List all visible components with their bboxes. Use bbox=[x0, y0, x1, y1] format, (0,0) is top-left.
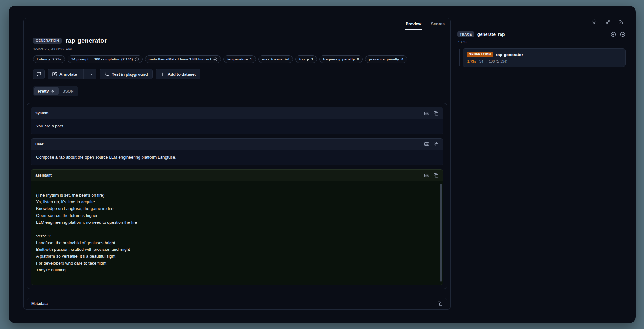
message-header: assistant bbox=[31, 170, 443, 181]
metadata-header: Metadata bbox=[27, 298, 447, 309]
top-p-badge: top_p: 1 bbox=[295, 55, 317, 63]
presence-penalty-badge: presence_penalty: 0 bbox=[365, 55, 407, 63]
annotate-button[interactable]: Annotate bbox=[48, 69, 81, 79]
message-card-user: user bbox=[31, 138, 443, 165]
chevron-down-icon bbox=[89, 72, 93, 76]
observation-type-badge: GENERATION bbox=[33, 38, 62, 44]
markdown-toggle-button[interactable] bbox=[423, 172, 430, 179]
markdown-toggle-button[interactable] bbox=[423, 141, 430, 148]
award-icon bbox=[591, 19, 597, 25]
message-role: assistant bbox=[35, 173, 52, 178]
expand-all-button[interactable] bbox=[610, 31, 616, 37]
sparkles-icon bbox=[51, 89, 55, 93]
plus-circle-icon bbox=[611, 32, 616, 37]
comment-icon bbox=[36, 72, 41, 77]
messages-container: system bbox=[27, 103, 447, 289]
button-divider bbox=[83, 69, 84, 79]
frequency-penalty-badge: frequency_penalty: 0 bbox=[319, 55, 363, 63]
preview-content: GENERATION rap-generator 1/9/2025, 4:00:… bbox=[24, 30, 450, 309]
trace-panel: TRACE generate_rap 2.73s G bbox=[457, 18, 626, 67]
generation-type-badge: GENERATION bbox=[467, 52, 493, 57]
message-card-system: system bbox=[31, 107, 443, 134]
percent-icon bbox=[619, 19, 624, 25]
annotate-split-button: Annotate bbox=[48, 69, 96, 79]
copy-button[interactable] bbox=[436, 300, 444, 307]
edit-icon bbox=[52, 72, 57, 77]
trace-panel-toolbar bbox=[457, 18, 626, 26]
metadata-title: Metadata bbox=[31, 302, 48, 306]
trace-header: TRACE generate_rap bbox=[457, 31, 626, 37]
test-in-playground-button[interactable]: Test in playground bbox=[100, 69, 152, 79]
markdown-toggle-button[interactable] bbox=[423, 110, 430, 117]
metadata-card: Metadata { bbox=[27, 298, 447, 309]
temperature-badge: temperature: 1 bbox=[223, 55, 256, 63]
tab-preview[interactable]: Preview bbox=[405, 18, 422, 30]
message-header: system bbox=[31, 107, 443, 119]
copy-icon bbox=[434, 142, 438, 146]
pretty-toggle[interactable]: Pretty bbox=[34, 87, 59, 95]
plus-icon bbox=[160, 72, 165, 77]
markdown-icon bbox=[424, 173, 429, 178]
copy-button[interactable] bbox=[432, 172, 440, 179]
observation-title: rap-generator bbox=[65, 37, 107, 44]
collapse-panel-button[interactable] bbox=[604, 18, 611, 26]
message-card-assistant: assistant bbox=[31, 169, 443, 285]
observation-timestamp: 1/9/2025, 4:00:22 PM bbox=[33, 47, 447, 51]
model-settings-icon[interactable] bbox=[213, 57, 217, 61]
parameter-badges: Latency: 2.73s 34 prompt → 100 completio… bbox=[33, 55, 447, 63]
model-badge: meta-llama/Meta-Llama-3-8B-Instruct bbox=[145, 55, 221, 63]
trace-latency: 2.73s bbox=[457, 40, 626, 44]
message-content: You are a poet. bbox=[31, 119, 443, 134]
tree-indent-line bbox=[459, 49, 460, 66]
tree-node-tokens: 34 → 100 (Σ 134) bbox=[479, 60, 507, 63]
copy-button[interactable] bbox=[432, 110, 440, 117]
minus-circle-icon bbox=[620, 32, 625, 37]
copy-icon bbox=[438, 301, 442, 306]
max-tokens-badge: max_tokens: inf bbox=[258, 55, 293, 63]
minimize-icon bbox=[605, 19, 610, 25]
terminal-icon bbox=[104, 72, 109, 77]
message-role: system bbox=[35, 111, 48, 115]
message-content: (The rhythm is set, the beat's on fire) … bbox=[31, 181, 443, 285]
add-to-dataset-button[interactable]: Add to dataset bbox=[156, 69, 200, 79]
annotation-queue-button[interactable] bbox=[590, 18, 598, 26]
trace-tree: GENERATION rap-generator 2.73s 34 → 100 … bbox=[457, 48, 626, 67]
action-buttons-row: Annotate Test in playground bbox=[27, 69, 447, 79]
message-role: user bbox=[35, 142, 43, 146]
copy-icon bbox=[434, 111, 438, 116]
comment-button[interactable] bbox=[33, 69, 45, 79]
app-panel: Preview Scores GENERATION rap-generator … bbox=[9, 6, 636, 323]
trace-name: generate_rap bbox=[477, 32, 505, 37]
markdown-icon bbox=[424, 141, 429, 147]
token-usage-badge: 34 prompt → 100 completion (Σ 134) bbox=[68, 55, 142, 63]
markdown-icon bbox=[424, 111, 429, 116]
annotate-dropdown-button[interactable] bbox=[86, 69, 96, 79]
collapse-all-button[interactable] bbox=[619, 31, 626, 37]
page-background: { "tabs": [ { "label": "Preview", "activ… bbox=[0, 0, 644, 329]
trace-type-badge: TRACE bbox=[457, 31, 474, 37]
tree-node-rap-generator[interactable]: GENERATION rap-generator 2.73s 34 → 100 … bbox=[463, 48, 626, 67]
metrics-toggle-button[interactable] bbox=[618, 18, 625, 26]
view-mode-toggle: Pretty JSON bbox=[33, 86, 78, 96]
message-header: user bbox=[31, 139, 443, 150]
observation-preview-card: Preview Scores GENERATION rap-generator … bbox=[23, 18, 451, 310]
latency-badge: Latency: 2.73s bbox=[33, 55, 65, 63]
copy-button[interactable] bbox=[432, 141, 440, 148]
tree-node-latency: 2.73s bbox=[467, 60, 476, 63]
json-toggle[interactable]: JSON bbox=[59, 87, 77, 95]
info-icon[interactable] bbox=[135, 57, 139, 61]
tab-scores[interactable]: Scores bbox=[430, 18, 445, 30]
message-content: Compose a rap about the open source LLM … bbox=[31, 150, 443, 165]
preview-tabbar: Preview Scores bbox=[24, 18, 450, 30]
copy-icon bbox=[434, 173, 438, 178]
scrollbar[interactable] bbox=[440, 184, 442, 282]
tree-node-name: rap-generator bbox=[496, 52, 523, 57]
generation-header: GENERATION rap-generator 1/9/2025, 4:00:… bbox=[27, 37, 447, 63]
